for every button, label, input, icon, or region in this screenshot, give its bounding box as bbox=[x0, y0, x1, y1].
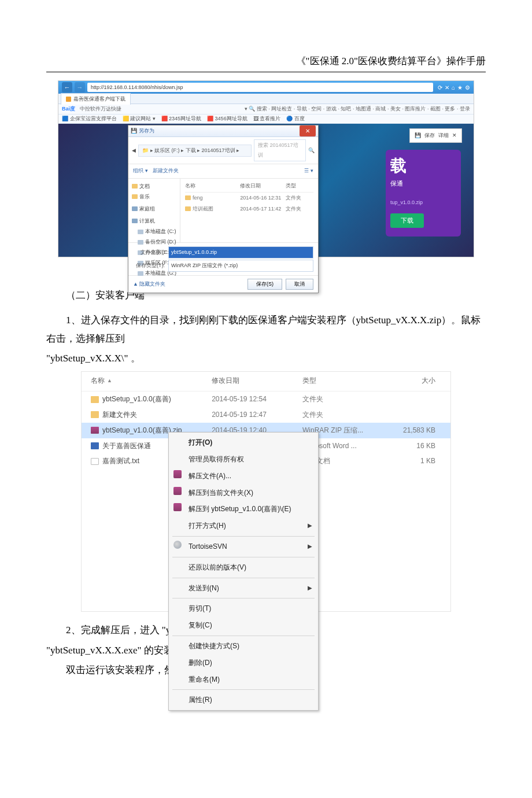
col-size[interactable]: 大小 bbox=[381, 374, 441, 387]
stop-icon[interactable]: ✕ bbox=[445, 82, 449, 93]
breadcrumb[interactable]: 📁 ▸ 娱乐区 (F:) ▸ 下载 ▸ 20140517培训 ▸ bbox=[138, 145, 252, 157]
menu-item[interactable]: 管理员取得所有权 bbox=[169, 451, 318, 468]
organize-menu[interactable]: 组织 ▾ bbox=[133, 166, 148, 176]
separator bbox=[172, 636, 315, 636]
col-date[interactable]: 修改日期 bbox=[212, 374, 302, 387]
view-icon[interactable]: ☰ ▾ bbox=[304, 166, 313, 176]
close-button[interactable]: ✕ bbox=[300, 125, 316, 136]
browser-tab[interactable]: 嘉善医保通客户端下载 bbox=[61, 93, 131, 105]
separator bbox=[172, 557, 315, 557]
screenshot-explorer-contextmenu: 名称 ▲ 修改日期 类型 大小 ybtSetup_v1.0.0(嘉善)2014-… bbox=[81, 371, 451, 612]
bookmark-item[interactable]: 🟨 建议网站 ▾ bbox=[123, 114, 156, 124]
context-menu: 打开(O)管理员取得所有权解压文件(A)...解压到当前文件夹(X)解压到 yb… bbox=[168, 432, 319, 711]
save-button[interactable]: 保存 bbox=[424, 131, 435, 141]
menu-item[interactable]: 发送到(N)▶ bbox=[169, 580, 318, 597]
rar-icon bbox=[173, 470, 182, 478]
menu-item[interactable]: 还原以前的版本(V) bbox=[169, 559, 318, 576]
gear-icon[interactable]: ⚙ bbox=[465, 82, 470, 93]
folder-icon bbox=[132, 194, 138, 199]
filetype-select[interactable]: WinRAR ZIP 压缩文件 (*.zip) bbox=[168, 260, 313, 272]
col-name[interactable]: 名称 ▲ bbox=[91, 374, 212, 387]
chevron-right-icon: ▶ bbox=[308, 541, 312, 552]
dialog-titlebar: 💾 另存为 ✕ bbox=[128, 125, 318, 137]
dialog-toolbar: 组织 ▾ 新建文件夹 ☰ ▾ bbox=[128, 164, 318, 178]
cancel-button[interactable]: 取消 bbox=[286, 279, 313, 290]
favicon-icon bbox=[66, 97, 71, 102]
separator bbox=[172, 598, 315, 598]
banner-subtitle: 保通 bbox=[390, 178, 456, 190]
download-prompt: 💾 保存 详细 ✕ bbox=[409, 128, 462, 143]
chevron-right-icon: ▶ bbox=[308, 520, 312, 531]
hide-folders-link[interactable]: ▲ 隐藏文件夹 bbox=[133, 279, 165, 289]
url-field[interactable]: http://192.168.0.114:8080/nhis/down.jsp bbox=[87, 83, 433, 92]
menu-item[interactable]: 解压到当前文件夹(X) bbox=[169, 485, 318, 501]
filename-label: 文件名(N): bbox=[133, 247, 165, 257]
list-item[interactable]: feng2014-05-16 12:31文件夹 bbox=[185, 193, 313, 204]
menu-item[interactable]: 重命名(M) bbox=[169, 671, 318, 688]
details-button[interactable]: 详细 bbox=[438, 131, 449, 141]
folder-icon bbox=[132, 184, 138, 189]
new-folder-button[interactable]: 新建文件夹 bbox=[153, 166, 179, 176]
menu-item[interactable]: 打开(O) bbox=[169, 434, 318, 451]
menu-item[interactable]: 删除(D) bbox=[169, 655, 318, 671]
menu-item[interactable]: 创建快捷方式(S) bbox=[169, 638, 318, 655]
bookmark-item[interactable]: 🟦 企保宝运营支撑平台 bbox=[62, 114, 117, 124]
bookmark-item[interactable]: 🖼 查看推片 bbox=[253, 114, 281, 124]
filename-input[interactable]: ybtSetup_v1.0.0.zip bbox=[168, 246, 313, 258]
table-row[interactable]: 新建文件夹2014-05-19 12:47文件夹 bbox=[82, 407, 450, 423]
filetype-label: 保存类型(T): bbox=[133, 261, 165, 271]
menu-item[interactable]: 解压文件(A)... bbox=[169, 468, 318, 485]
tab-title: 嘉善医保通客户端下载 bbox=[73, 94, 125, 104]
file-name: 嘉善测试.txt bbox=[102, 455, 139, 468]
star-icon[interactable]: ★ bbox=[457, 82, 463, 93]
menu-item[interactable]: 打开方式(H)▶ bbox=[169, 518, 318, 534]
refresh-icon[interactable]: ⟳ bbox=[438, 82, 442, 93]
bookmark-item[interactable]: 🔵 百度 bbox=[286, 114, 305, 124]
separator bbox=[172, 689, 315, 690]
close-icon[interactable]: ✕ bbox=[452, 131, 457, 141]
baidu-toolbar: Bai度 中控软件万达快捷 ▾ 🔍 搜索 · 网址检查 · 导航 · 空间 · … bbox=[58, 104, 474, 114]
forward-icon[interactable]: → bbox=[75, 82, 85, 93]
file-name: ybtSetup_v1.0.0(嘉善) bbox=[102, 393, 171, 406]
drive-icon bbox=[138, 271, 143, 276]
menu-item[interactable]: 属性(R) bbox=[169, 692, 318, 708]
rar-icon bbox=[173, 503, 182, 511]
file-name: 新建文件夹 bbox=[102, 408, 137, 422]
screenshot-browser-save-dialog: ← → http://192.168.0.114:8080/nhis/down.… bbox=[58, 80, 474, 257]
nav-back-icon[interactable]: ◀ bbox=[132, 146, 136, 156]
save-as-dialog: 💾 另存为 ✕ ◀ 📁 ▸ 娱乐区 (F:) ▸ 下载 ▸ 20140517培训… bbox=[128, 125, 319, 293]
col-type[interactable]: 类型 bbox=[302, 374, 381, 387]
bookmark-item[interactable]: 🟥 2345网址导航 bbox=[161, 114, 202, 124]
menu-item[interactable]: 解压到 ybtSetup_v1.0.0(嘉善)\(E) bbox=[169, 501, 318, 518]
menu-item[interactable]: TortoiseSVN▶ bbox=[169, 538, 318, 555]
page-body: 💾 保存 详细 ✕ 载 保通 tup_v1.0.0.zip 下载 💾 另存为 ✕… bbox=[58, 124, 474, 257]
search-icon[interactable]: 🔍 bbox=[308, 146, 315, 156]
home-icon[interactable]: ⌂ bbox=[452, 82, 455, 93]
computer-icon bbox=[132, 219, 138, 223]
body-text: "ybtSetup_vX.X.X\" 。 bbox=[46, 349, 486, 368]
back-icon[interactable]: ← bbox=[62, 82, 72, 93]
file-area: ybtSetup_v1.0.0(嘉善)2014-05-19 12:54文件夹新建… bbox=[82, 391, 450, 611]
table-row[interactable]: ybtSetup_v1.0.0(嘉善)2014-05-19 12:54文件夹 bbox=[82, 391, 450, 407]
chevron-right-icon: ▶ bbox=[308, 582, 312, 593]
file-name: 关于嘉善医保通 bbox=[102, 439, 151, 453]
search-input[interactable]: 搜索 20140517培训 bbox=[254, 139, 306, 161]
column-headers: 名称 ▲ 修改日期 类型 大小 bbox=[82, 372, 450, 391]
download-banner: 载 保通 tup_v1.0.0.zip 下载 bbox=[386, 150, 461, 237]
svn-icon bbox=[173, 541, 182, 549]
txt-icon bbox=[91, 458, 99, 465]
drive-icon bbox=[138, 240, 143, 245]
dialog-path: ◀ 📁 ▸ 娱乐区 (F:) ▸ 下载 ▸ 20140517培训 ▸ 搜索 20… bbox=[128, 137, 318, 164]
download-button[interactable]: 下载 bbox=[390, 213, 424, 228]
folder-icon bbox=[91, 411, 99, 418]
file-list[interactable]: 名称修改日期类型 feng2014-05-16 12:31文件夹 培训截图201… bbox=[180, 179, 318, 242]
bookmark-item[interactable]: 🟥 3456网址导航 bbox=[207, 114, 247, 124]
menu-item[interactable]: 剪切(T) bbox=[169, 600, 318, 617]
save-button[interactable]: 保存(S) bbox=[247, 279, 282, 290]
browser-tabs: 嘉善医保通客户端下载 bbox=[58, 94, 474, 104]
dialog-title: 💾 另存为 bbox=[131, 126, 154, 136]
list-item[interactable]: 培训截图2014-05-17 11:42文件夹 bbox=[185, 204, 313, 215]
body-text: 1、进入保存文件的目录，找到刚刚下载的医保通客户端安装程序（ybtSetup_v… bbox=[46, 311, 486, 349]
menu-item[interactable]: 复制(C) bbox=[169, 617, 318, 634]
folder-tree[interactable]: 文档 音乐 家庭组 计算机 本地磁盘 (C:) 备份空间 (D:) 办公室 (E… bbox=[128, 179, 180, 242]
